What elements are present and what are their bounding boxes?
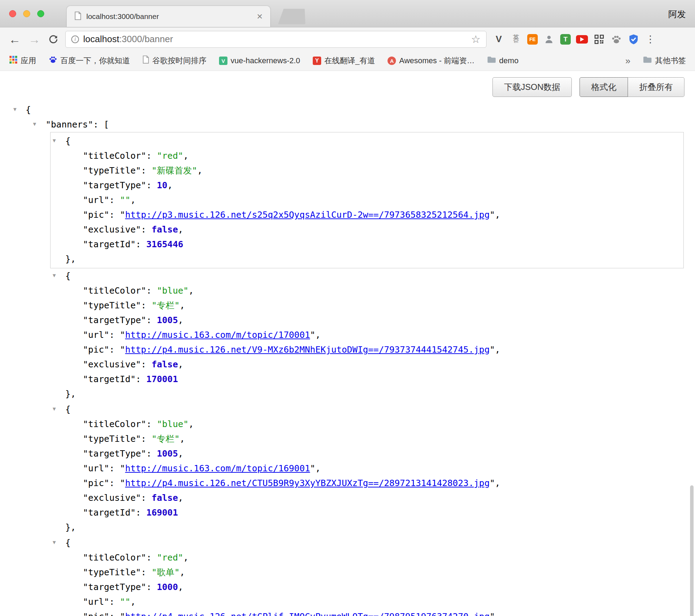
json-root-line: ▼{ <box>0 103 695 117</box>
bookmark-star-icon[interactable]: ☆ <box>471 33 481 45</box>
org-extension-icon[interactable] <box>543 33 555 45</box>
json-token: }, <box>65 522 76 532</box>
collapse-toggle-icon[interactable]: ▼ <box>53 540 56 545</box>
browser-window: localhost:3000/banner × 阿发 ← → i localho… <box>0 0 695 616</box>
qr-code-extension-icon[interactable] <box>593 33 605 45</box>
tab-close-icon[interactable]: × <box>257 12 263 21</box>
json-token: : <box>136 239 146 249</box>
json-token: "exclusive" <box>83 224 141 235</box>
json-token: : <box>136 374 146 384</box>
json-token: "typeTitle" <box>83 300 141 310</box>
json-viewer-actions: 下载JSON数据 格式化 折叠所有 <box>0 77 695 97</box>
translate-extension-icon[interactable]: 英en <box>510 33 522 45</box>
folder-icon <box>487 56 496 65</box>
json-token: "red" <box>157 151 183 161</box>
format-button[interactable]: 格式化 <box>580 77 628 97</box>
bookmark-label: 在线翻译_有道 <box>324 55 375 66</box>
page-favicon-icon <box>74 12 81 22</box>
json-token: "url" <box>83 195 109 205</box>
reload-button[interactable] <box>44 34 62 45</box>
json-token: 1005 <box>157 448 178 459</box>
back-button[interactable]: ← <box>5 33 25 45</box>
json-link[interactable]: http://p4.music.126.net/CTU5B9R9y3XyYBZX… <box>125 478 490 488</box>
bookmark-awesomes[interactable]: A Awesomes - 前端资… <box>388 55 475 66</box>
collapse-toggle-icon[interactable]: ▼ <box>53 273 56 278</box>
collapse-all-button[interactable]: 折叠所有 <box>628 77 684 97</box>
collapse-toggle-icon[interactable]: ▼ <box>53 138 56 143</box>
bookmark-youdao[interactable]: Y 在线翻译_有道 <box>313 55 375 66</box>
minimize-window-button[interactable] <box>23 10 30 17</box>
new-tab-button[interactable] <box>278 9 305 24</box>
bookmark-vue-hackernews[interactable]: V vue-hackernews-2.0 <box>219 56 300 65</box>
bookmark-baidu[interactable]: 百度一下，你就知道 <box>49 55 130 66</box>
json-token: , <box>178 493 183 503</box>
close-window-button[interactable] <box>9 10 16 17</box>
profile-name[interactable]: 阿发 <box>668 8 686 20</box>
json-brace-line: }, <box>51 520 683 535</box>
bookmark-apps[interactable]: 应用 <box>9 55 36 66</box>
download-json-button[interactable]: 下载JSON数据 <box>492 77 572 97</box>
awesomes-icon: A <box>388 57 396 65</box>
json-token: 170001 <box>146 374 178 384</box>
bookmarks-overflow-chevron[interactable]: » <box>626 55 630 66</box>
json-link[interactable]: http://music.163.com/m/topic/170001 <box>125 330 310 340</box>
tab-localhost-banner[interactable]: localhost:3000/banner × <box>67 6 270 27</box>
t-shield-extension-icon[interactable]: T <box>560 34 571 45</box>
baidu-paw-icon <box>49 55 57 66</box>
json-token: : <box>109 345 120 355</box>
json-brace-line: ▼{ <box>51 269 683 283</box>
json-token: "exclusive" <box>83 359 141 369</box>
json-token: 1000 <box>157 582 178 592</box>
json-link[interactable]: http://p4.music.126.net/V9-MXz6b2MNhEKju… <box>125 345 490 355</box>
json-token: " <box>120 345 125 355</box>
json-token: : <box>146 582 157 592</box>
apps-grid-icon <box>9 55 18 66</box>
scrollbar[interactable] <box>690 485 694 616</box>
json-field-targetType: "targetType": 10, <box>51 178 683 193</box>
json-token: , <box>130 195 135 205</box>
json-token: , <box>130 597 135 607</box>
page-info-icon[interactable]: i <box>71 35 79 43</box>
collapse-toggle-icon[interactable]: ▼ <box>33 122 36 127</box>
browser-menu-icon[interactable]: ⋮ <box>646 33 655 45</box>
youtube-extension-icon[interactable] <box>576 35 588 44</box>
json-link[interactable]: http://music.163.com/m/topic/169001 <box>125 463 310 473</box>
paw-extension-icon[interactable] <box>610 33 622 45</box>
json-token: 1005 <box>157 315 178 325</box>
json-field-titleColor: "titleColor": "red", <box>51 149 683 163</box>
json-link[interactable]: http://p4.music.126.net/tGPljf-IMOCyPvum… <box>125 611 490 616</box>
other-bookmarks-folder[interactable]: 其他书签 <box>643 55 686 66</box>
bookmark-google-sort[interactable]: 谷歌按时间排序 <box>143 55 206 66</box>
safety-shield-extension-icon[interactable] <box>628 33 640 45</box>
json-field-typeTitle: "typeTitle": "专栏", <box>51 298 683 313</box>
json-token: "专栏" <box>152 300 180 310</box>
json-token: , <box>315 330 320 340</box>
forward-button[interactable]: → <box>25 33 44 45</box>
json-token: " <box>120 210 125 220</box>
collapse-toggle-icon[interactable]: ▼ <box>13 107 16 112</box>
json-token: : <box>136 507 146 518</box>
address-bar[interactable]: i localhost:3000/banner ☆ <box>65 31 486 48</box>
bookmark-label: 百度一下，你就知道 <box>60 55 130 66</box>
json-token: : <box>109 330 120 340</box>
json-link[interactable]: http://p3.music.126.net/s25q2x5QyqsAzilC… <box>125 210 490 220</box>
bookmarks-bar: 应用 百度一下，你就知道 谷歌按时间排序 V vue-hackernews-2.… <box>0 51 695 71</box>
json-token: false <box>152 359 178 369</box>
json-token: 10 <box>157 180 167 190</box>
json-token: : <box>146 151 157 161</box>
zoom-window-button[interactable] <box>37 10 44 17</box>
play-icon <box>580 37 584 41</box>
bookmark-folder-demo[interactable]: demo <box>487 56 518 65</box>
bookmark-label: vue-hackernews-2.0 <box>231 56 300 65</box>
json-token: "" <box>120 195 130 205</box>
url-text[interactable]: localhost:3000/banner <box>83 34 173 45</box>
collapse-toggle-icon[interactable]: ▼ <box>53 406 56 412</box>
json-brace-line: }, <box>51 252 683 267</box>
browser-toolbar: ← → i localhost:3000/banner ☆ V 英en FE T <box>0 27 695 51</box>
json-token: { <box>65 136 71 146</box>
fe-extension-icon[interactable]: FE <box>527 34 538 45</box>
json-field-url: "url": "http://music.163.com/m/topic/170… <box>51 328 683 342</box>
json-token: "targetType" <box>83 180 146 190</box>
vimium-extension-icon[interactable]: V <box>493 33 505 45</box>
json-token: , <box>178 315 183 325</box>
